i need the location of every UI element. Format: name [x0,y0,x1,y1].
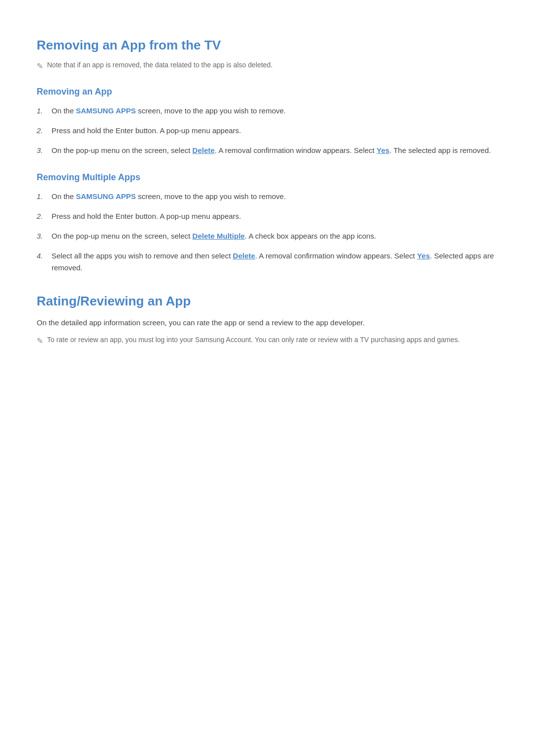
step-item: 3. On the pop-up menu on the screen, sel… [37,145,498,156]
delete-link-2: Delete [233,252,255,260]
yes-link-2: Yes [417,252,430,260]
note-removing: ✎ Note that if an app is removed, the da… [37,61,498,71]
step-content: Press and hold the Enter button. A pop-u… [52,125,498,137]
step-content: On the SAMSUNG APPS screen, move to the … [52,105,498,117]
note-text-removing: Note that if an app is removed, the data… [47,61,272,69]
page-content: Removing an App from the TV ✎ Note that … [37,38,498,346]
subsection-title-single: Removing an App [37,87,498,97]
note-text-rating: To rate or review an app, you must log i… [47,336,460,344]
step-number: 3. [37,230,47,242]
step-number: 1. [37,191,47,202]
step-item: 3. On the pop-up menu on the screen, sel… [37,230,498,242]
step-content: On the pop-up menu on the screen, select… [52,145,498,156]
subsection-removing-multiple: Removing Multiple Apps 1. On the SAMSUNG… [37,172,498,274]
subsection-title-multiple: Removing Multiple Apps [37,172,498,183]
section-title-rating: Rating/Reviewing an App [37,294,498,309]
samsung-apps-highlight: SAMSUNG APPS [76,192,136,201]
section-rating: Rating/Reviewing an App On the detailed … [37,294,498,346]
step-item: 2. Press and hold the Enter button. A po… [37,210,498,222]
subsection-removing-single: Removing an App 1. On the SAMSUNG APPS s… [37,87,498,156]
step-number: 4. [37,250,47,262]
section-removing-app: Removing an App from the TV ✎ Note that … [37,38,498,274]
step-number: 3. [37,145,47,156]
step-content: Select all the apps you wish to remove a… [52,250,498,274]
step-number: 1. [37,105,47,117]
delete-link: Delete [192,146,214,154]
step-number: 2. [37,210,47,222]
steps-list-single: 1. On the SAMSUNG APPS screen, move to t… [37,105,498,156]
step-item: 1. On the SAMSUNG APPS screen, move to t… [37,105,498,117]
note-icon-removing: ✎ [37,61,43,71]
step-content: On the pop-up menu on the screen, select… [52,230,498,242]
step-item: 4. Select all the apps you wish to remov… [37,250,498,274]
delete-multiple-link: Delete Multiple [192,232,245,240]
steps-list-multiple: 1. On the SAMSUNG APPS screen, move to t… [37,191,498,274]
section-title-removing: Removing an App from the TV [37,38,498,53]
step-number: 2. [37,125,47,137]
step-item: 1. On the SAMSUNG APPS screen, move to t… [37,191,498,202]
step-content: Press and hold the Enter button. A pop-u… [52,210,498,222]
rating-body-text: On the detailed app information screen, … [37,317,498,329]
samsung-apps-highlight: SAMSUNG APPS [76,106,136,115]
step-content: On the SAMSUNG APPS screen, move to the … [52,191,498,202]
yes-link: Yes [376,146,389,154]
note-rating: ✎ To rate or review an app, you must log… [37,336,498,346]
step-item: 2. Press and hold the Enter button. A po… [37,125,498,137]
note-icon-rating: ✎ [37,336,43,346]
